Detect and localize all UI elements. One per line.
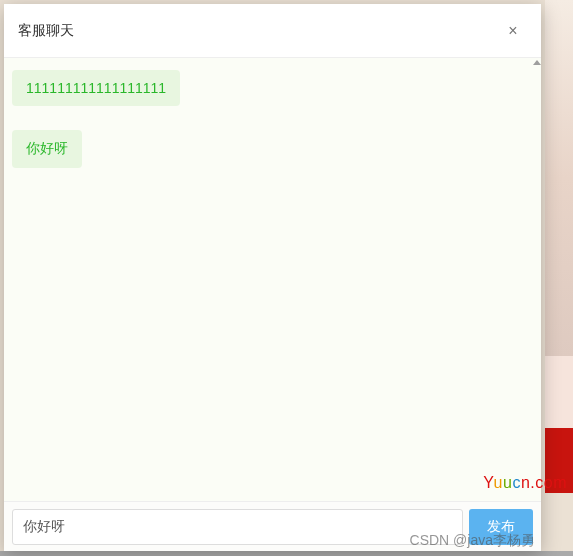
message-row: 你好呀 bbox=[12, 130, 533, 192]
background-decor bbox=[545, 0, 573, 356]
modal-header: 客服聊天 × bbox=[4, 4, 541, 58]
modal-title: 客服聊天 bbox=[18, 22, 74, 40]
background-decor bbox=[545, 428, 573, 493]
message-row: 111111111111111111 bbox=[12, 70, 533, 130]
chat-message: 你好呀 bbox=[12, 130, 82, 168]
message-input[interactable] bbox=[12, 509, 463, 545]
background-decor bbox=[545, 356, 573, 428]
chat-message: 111111111111111111 bbox=[12, 70, 180, 106]
chat-modal: 客服聊天 × 111111111111111111 你好呀 发布 bbox=[4, 4, 541, 551]
background-decor bbox=[0, 551, 573, 556]
scroll-up-icon bbox=[533, 60, 541, 65]
input-bar: 发布 bbox=[4, 501, 541, 551]
chat-message-area[interactable]: 111111111111111111 你好呀 bbox=[4, 58, 541, 501]
scrollbar[interactable] bbox=[534, 58, 541, 501]
close-button[interactable]: × bbox=[499, 17, 527, 45]
send-button[interactable]: 发布 bbox=[469, 509, 533, 545]
close-icon: × bbox=[508, 22, 517, 40]
